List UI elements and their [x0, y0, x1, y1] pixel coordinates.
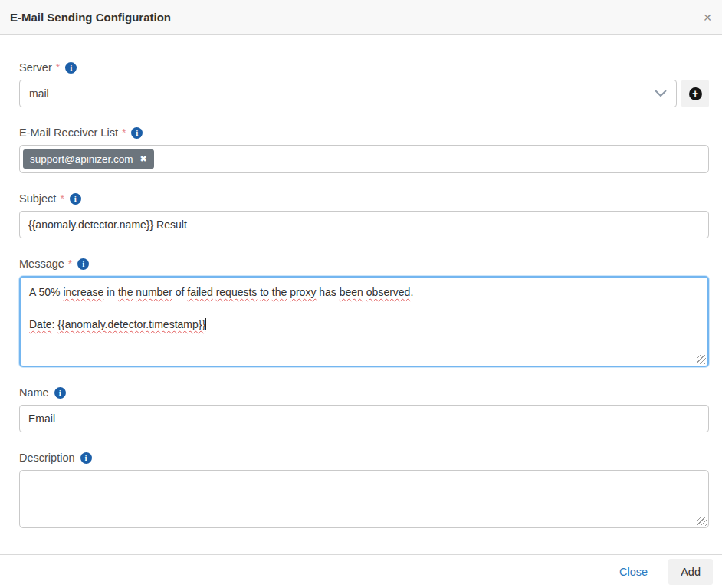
add-server-button[interactable]: + — [681, 80, 709, 107]
server-required-asterisk: * — [56, 61, 60, 74]
name-input[interactable] — [19, 405, 709, 432]
description-field: Description i — [19, 452, 709, 528]
receiver-tag: support@apinizer.com ✖ — [23, 149, 154, 169]
name-label: Name — [19, 386, 49, 399]
receiver-tag-text: support@apinizer.com — [30, 153, 133, 165]
server-label: Server — [19, 61, 52, 74]
name-label-row: Name i — [19, 386, 709, 399]
add-button[interactable]: Add — [668, 559, 713, 585]
name-info-icon[interactable]: i — [54, 387, 66, 399]
resize-handle-icon[interactable] — [697, 355, 706, 364]
subject-label-row: Subject * i — [19, 192, 709, 205]
subject-required-asterisk: * — [60, 192, 64, 205]
receiver-list-field: E-Mail Receiver List * i support@apinize… — [19, 126, 709, 173]
receiver-list-label-row: E-Mail Receiver List * i — [19, 126, 709, 139]
chevron-down-icon — [655, 90, 667, 97]
receiver-list-required-asterisk: * — [122, 126, 126, 139]
server-label-row: Server * i — [19, 61, 709, 74]
tag-remove-icon[interactable]: ✖ — [140, 154, 147, 164]
description-textarea[interactable] — [19, 470, 709, 528]
server-select-value: mail — [29, 87, 49, 100]
subject-info-icon[interactable]: i — [70, 193, 81, 205]
description-label-row: Description i — [19, 452, 709, 464]
receiver-list-input[interactable]: support@apinizer.com ✖ — [19, 145, 709, 173]
server-select-row: mail + — [19, 80, 709, 107]
receiver-list-info-icon[interactable]: i — [131, 127, 143, 139]
subject-input[interactable] — [19, 211, 709, 238]
subject-field: Subject * i — [19, 192, 709, 238]
close-button[interactable]: Close — [619, 566, 648, 578]
modal-body: Server * i mail + E-Mail Receiver List — [0, 35, 722, 554]
resize-handle-icon[interactable] — [697, 517, 707, 526]
server-select[interactable]: mail — [19, 80, 677, 107]
subject-label: Subject — [19, 192, 56, 205]
message-info-icon[interactable]: i — [77, 258, 89, 270]
close-icon[interactable]: ✕ — [703, 12, 712, 23]
message-field: Message * i A 50% increase in the number… — [19, 258, 709, 367]
plus-circle-icon: + — [689, 87, 702, 100]
name-field: Name i — [19, 386, 709, 432]
message-required-asterisk: * — [68, 258, 72, 270]
message-label-row: Message * i — [19, 258, 709, 270]
email-sending-configuration-modal: E-Mail Sending Configuration ✕ Server * … — [0, 0, 722, 588]
description-editor — [20, 471, 708, 485]
modal-title: E-Mail Sending Configuration — [10, 11, 171, 24]
modal-header: E-Mail Sending Configuration ✕ — [0, 0, 722, 35]
message-editor: A 50% increase in the number of failed r… — [21, 278, 707, 340]
text-caret — [205, 318, 206, 330]
server-field: Server * i mail + — [19, 61, 709, 107]
message-label: Message — [19, 258, 64, 270]
description-label: Description — [19, 452, 75, 464]
server-info-icon[interactable]: i — [65, 62, 77, 74]
modal-footer: Close Add — [0, 554, 722, 588]
receiver-list-label: E-Mail Receiver List — [19, 126, 118, 139]
message-textarea[interactable]: A 50% increase in the number of failed r… — [19, 276, 709, 367]
description-info-icon[interactable]: i — [80, 452, 92, 464]
